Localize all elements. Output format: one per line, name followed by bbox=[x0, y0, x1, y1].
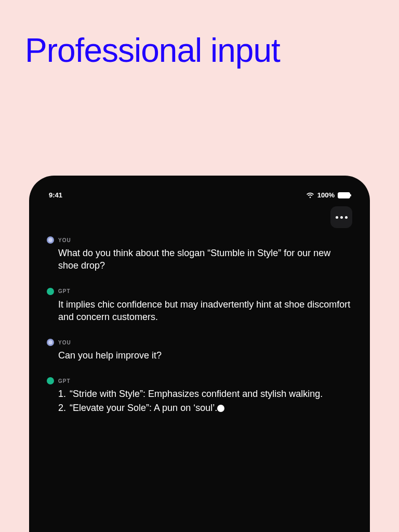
message-user-2: YOU Can you help improve it? bbox=[47, 339, 352, 362]
suggestion-item: “Elevate your Sole”: A pun on ‘soul’. bbox=[58, 402, 352, 414]
gpt-avatar-icon bbox=[47, 288, 54, 295]
speaker-label: YOU bbox=[58, 340, 71, 345]
message-gpt-2: GPT “Stride with Style”: Emphasizes conf… bbox=[47, 377, 352, 414]
gpt-avatar-icon bbox=[47, 377, 54, 384]
speaker-label: GPT bbox=[58, 378, 71, 384]
message-user-1: YOU What do you think about the slogan “… bbox=[47, 236, 352, 272]
user-avatar-icon bbox=[47, 339, 54, 346]
status-bar: 9:41 100% bbox=[47, 191, 352, 199]
speaker-label: YOU bbox=[58, 237, 71, 243]
user-avatar-icon bbox=[47, 236, 54, 244]
status-right: 100% bbox=[306, 191, 350, 199]
battery-icon bbox=[338, 192, 350, 198]
page-headline: Professional input bbox=[25, 33, 280, 68]
suggestion-item: “Stride with Style”: Emphasizes confiden… bbox=[58, 388, 352, 400]
device-frame: 9:41 100% YOU What do you think about th… bbox=[29, 176, 370, 532]
chat-thread: YOU What do you think about the slogan “… bbox=[47, 236, 352, 414]
more-button[interactable] bbox=[330, 206, 352, 228]
status-time: 9:41 bbox=[49, 191, 62, 199]
wifi-icon bbox=[306, 192, 314, 198]
message-text: Can you help improve it? bbox=[58, 349, 352, 362]
speaker-label: GPT bbox=[58, 288, 71, 294]
message-text: What do you think about the slogan “Stum… bbox=[58, 247, 352, 272]
message-gpt-1: GPT It implies chic confidence but may i… bbox=[47, 288, 352, 324]
more-icon bbox=[336, 216, 338, 219]
message-text: It implies chic confidence but may inadv… bbox=[58, 298, 352, 324]
battery-percent: 100% bbox=[317, 191, 335, 199]
message-text: “Stride with Style”: Emphasizes confiden… bbox=[58, 388, 352, 414]
typing-cursor-icon bbox=[217, 405, 224, 412]
